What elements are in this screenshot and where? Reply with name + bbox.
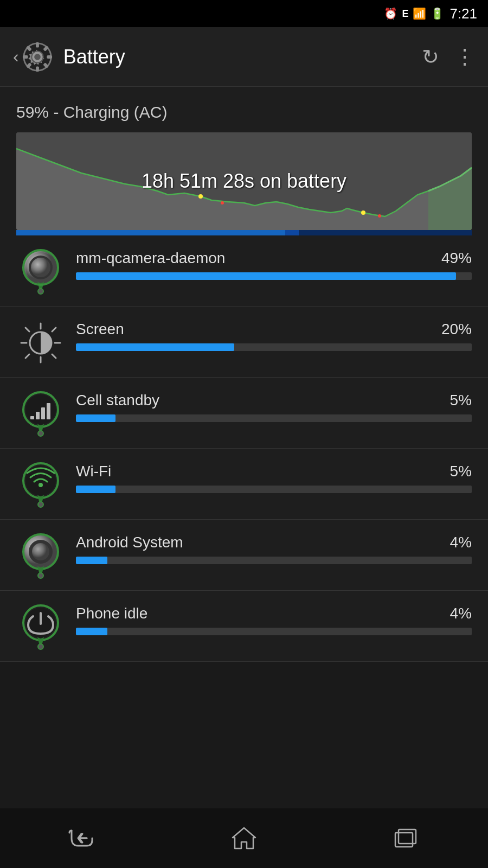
phone-idle-name-row: Phone idle 4% xyxy=(76,605,472,622)
camera-daemon-icon xyxy=(16,247,65,296)
cell-name: Cell standby xyxy=(76,392,159,409)
cell-bar-track xyxy=(76,414,472,422)
battery-status-section: 59% - Charging (AC) xyxy=(0,87,488,235)
android-system-bar xyxy=(76,557,107,564)
toolbar-actions: ↻ ⋮ xyxy=(422,45,475,69)
more-options-button[interactable]: ⋮ xyxy=(454,45,475,69)
cell-standby-icon xyxy=(16,390,65,438)
usage-item-screen[interactable]: Screen 20% xyxy=(0,307,488,378)
recents-nav-button[interactable] xyxy=(380,816,434,860)
svg-rect-38 xyxy=(36,412,40,419)
svg-rect-7 xyxy=(36,66,39,72)
svg-point-36 xyxy=(25,394,56,425)
wifi-name-row: Wi-Fi 5% xyxy=(76,463,472,480)
wifi-bar-track xyxy=(76,486,472,493)
wifi-name: Wi-Fi xyxy=(76,463,111,480)
camera-daemon-bar-track xyxy=(76,272,472,280)
svg-rect-39 xyxy=(41,407,45,419)
usage-item-cell[interactable]: Cell standby 5% xyxy=(0,378,488,449)
battery-content: 59% - Charging (AC) xyxy=(0,87,488,662)
camera-daemon-percent: 49% xyxy=(441,250,472,267)
nav-bar xyxy=(0,808,488,868)
camera-daemon-name: mm-qcamera-daemon xyxy=(76,250,225,267)
svg-rect-40 xyxy=(47,403,50,419)
refresh-button[interactable]: ↻ xyxy=(422,45,439,69)
status-bar: ⏰ E 📶 🔋 7:21 xyxy=(0,0,488,27)
phone-idle-details: Phone idle 4% xyxy=(76,603,472,635)
svg-rect-9 xyxy=(23,55,28,59)
clock-status-icon: ⏰ xyxy=(384,7,397,20)
camera-daemon-bar xyxy=(76,272,456,280)
screen-name-row: Screen 20% xyxy=(76,321,472,338)
svg-point-23 xyxy=(31,258,50,277)
back-nav-button[interactable] xyxy=(54,816,108,860)
android-system-bar-track xyxy=(76,557,472,564)
svg-point-48 xyxy=(32,543,49,560)
toolbar: ‹ Battery ↻ ⋮ xyxy=(0,27,488,87)
cell-details: Cell standby 5% xyxy=(76,390,472,422)
usage-item-wifi[interactable]: Wi-Fi 5% xyxy=(0,449,488,520)
cell-bar xyxy=(76,414,115,422)
status-icons: ⏰ E 📶 🔋 xyxy=(384,7,444,20)
svg-line-34 xyxy=(25,354,29,358)
android-system-percent: 4% xyxy=(450,534,472,551)
usage-item-phone-idle[interactable]: Phone idle 4% xyxy=(0,591,488,662)
battery-graph: 18h 51m 28s on battery xyxy=(16,132,472,230)
usage-item-camera[interactable]: mm-qcamera-daemon 49% xyxy=(0,235,488,307)
svg-point-12 xyxy=(34,54,41,60)
phone-idle-icon xyxy=(16,603,65,652)
battery-duration-overlay: 18h 51m 28s on battery xyxy=(16,132,472,230)
signal-icon: 📶 xyxy=(413,7,426,20)
network-type-icon: E xyxy=(402,8,408,20)
screen-bar-track xyxy=(76,343,472,351)
charging-bar-rest xyxy=(299,230,472,235)
charging-bar xyxy=(16,230,472,235)
android-system-details: Android System 4% xyxy=(76,532,472,564)
svg-line-33 xyxy=(52,328,56,331)
svg-rect-5 xyxy=(47,55,52,59)
svg-rect-3 xyxy=(36,42,39,47)
svg-rect-4 xyxy=(43,45,49,51)
wifi-icon xyxy=(16,461,65,509)
cell-percent: 5% xyxy=(450,392,472,409)
camera-daemon-name-row: mm-qcamera-daemon 49% xyxy=(76,250,472,267)
svg-point-41 xyxy=(38,431,43,436)
charging-bar-segment2 xyxy=(285,230,299,235)
svg-line-32 xyxy=(52,354,56,358)
android-system-icon xyxy=(16,532,65,580)
svg-point-25 xyxy=(38,289,43,294)
svg-rect-8 xyxy=(25,62,31,68)
home-nav-button[interactable] xyxy=(217,816,271,860)
svg-point-44 xyxy=(38,483,43,487)
android-system-name-row: Android System 4% xyxy=(76,534,472,551)
svg-point-52 xyxy=(38,644,43,649)
back-arrow-icon[interactable]: ‹ xyxy=(13,47,19,67)
screen-percent: 20% xyxy=(441,321,472,338)
screen-icon xyxy=(16,318,65,367)
svg-point-45 xyxy=(38,502,43,507)
wifi-percent: 5% xyxy=(450,463,472,480)
cell-name-row: Cell standby 5% xyxy=(76,392,472,409)
screen-bar xyxy=(76,343,234,351)
main-content: 59% - Charging (AC) xyxy=(0,87,488,808)
svg-point-43 xyxy=(25,465,56,496)
svg-rect-10 xyxy=(25,45,31,51)
svg-point-49 xyxy=(38,573,43,578)
screen-details: Screen 20% xyxy=(76,318,472,351)
phone-idle-bar-track xyxy=(76,628,472,635)
android-system-name: Android System xyxy=(76,534,183,551)
svg-rect-37 xyxy=(30,416,34,419)
camera-daemon-details: mm-qcamera-daemon 49% xyxy=(76,247,472,280)
toolbar-title: Battery xyxy=(63,46,422,68)
screen-name: Screen xyxy=(76,321,124,338)
usage-item-android-system[interactable]: Android System 4% xyxy=(0,520,488,591)
status-time: 7:21 xyxy=(450,5,477,22)
phone-idle-bar xyxy=(76,628,107,635)
wifi-bar xyxy=(76,486,115,493)
svg-line-31 xyxy=(25,328,29,331)
battery-icon: 🔋 xyxy=(431,7,444,20)
phone-idle-percent: 4% xyxy=(450,605,472,622)
battery-percentage: 59% - Charging (AC) xyxy=(16,103,472,122)
charging-bar-fill xyxy=(16,230,285,235)
svg-rect-6 xyxy=(43,62,49,68)
